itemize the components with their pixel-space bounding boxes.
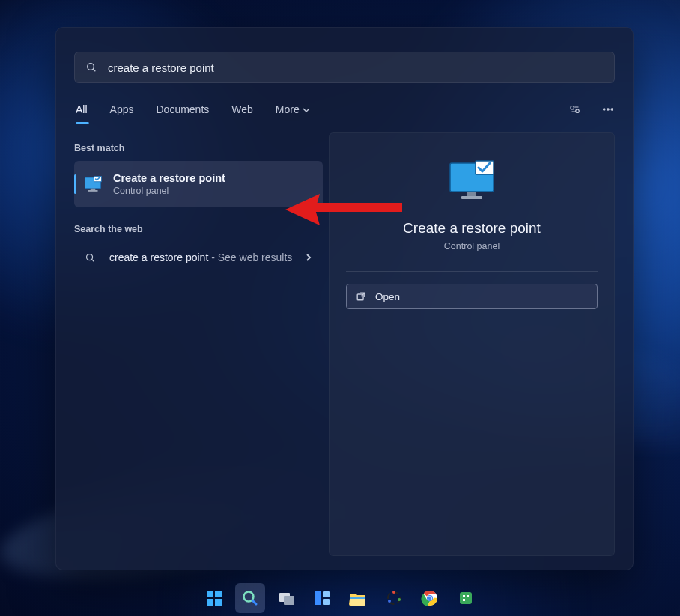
tab-apps[interactable]: Apps xyxy=(109,103,136,126)
svg-rect-8 xyxy=(91,189,96,190)
taskbar-app-1[interactable] xyxy=(379,583,409,613)
detail-subtitle: Control panel xyxy=(444,241,500,251)
svg-rect-14 xyxy=(467,192,476,196)
search-web-label: Search the web xyxy=(74,224,323,234)
web-search-result[interactable]: create a restore point - See web results xyxy=(74,242,323,274)
svg-rect-25 xyxy=(284,596,294,605)
details-pane: Create a restore point Control panel Ope… xyxy=(329,132,615,556)
tab-documents[interactable]: Documents xyxy=(154,103,210,126)
svg-rect-30 xyxy=(350,597,365,599)
taskbar-app-2[interactable] xyxy=(451,583,481,613)
svg-point-6 xyxy=(611,109,613,110)
filter-tabs: All Apps Documents Web More xyxy=(74,98,615,131)
search-icon xyxy=(85,252,96,263)
svg-rect-18 xyxy=(207,591,213,597)
taskbar-search-button[interactable] xyxy=(235,583,265,613)
detail-title: Create a restore point xyxy=(403,220,541,237)
svg-rect-20 xyxy=(207,599,213,606)
best-match-label: Best match xyxy=(74,143,323,153)
svg-point-34 xyxy=(388,600,391,603)
open-external-icon xyxy=(356,291,366,302)
search-icon xyxy=(85,61,97,73)
svg-point-32 xyxy=(392,591,395,594)
svg-point-5 xyxy=(607,109,609,110)
svg-rect-27 xyxy=(323,591,330,597)
svg-rect-9 xyxy=(88,190,98,192)
taskbar-file-explorer[interactable] xyxy=(343,583,373,613)
search-box[interactable] xyxy=(74,52,615,83)
svg-rect-19 xyxy=(215,591,222,597)
divider xyxy=(346,271,598,272)
svg-line-23 xyxy=(252,600,256,604)
taskbar-chrome[interactable] xyxy=(415,583,445,613)
svg-point-4 xyxy=(604,109,605,110)
tab-all[interactable]: All xyxy=(74,103,89,126)
taskbar-task-view[interactable] xyxy=(271,583,301,613)
taskbar xyxy=(0,580,680,616)
open-button-label: Open xyxy=(375,291,400,302)
windows-search-panel: All Apps Documents Web More Best match xyxy=(55,27,634,570)
svg-point-33 xyxy=(398,598,401,601)
open-button[interactable]: Open xyxy=(346,284,598,309)
search-input[interactable] xyxy=(108,61,604,74)
svg-rect-39 xyxy=(460,592,472,604)
search-settings-icon[interactable] xyxy=(568,103,582,126)
best-match-result[interactable]: Create a restore point Control panel xyxy=(74,161,323,207)
start-button[interactable] xyxy=(199,583,229,613)
best-match-subtitle: Control panel xyxy=(113,186,225,196)
svg-line-1 xyxy=(93,69,95,71)
tab-web[interactable]: Web xyxy=(230,103,255,126)
chevron-right-icon xyxy=(305,254,312,261)
control-panel-large-icon xyxy=(448,160,496,202)
svg-rect-15 xyxy=(461,196,482,199)
svg-rect-26 xyxy=(315,591,321,605)
svg-point-0 xyxy=(88,64,94,70)
best-match-title: Create a restore point xyxy=(113,172,225,184)
svg-rect-28 xyxy=(323,599,330,605)
web-result-text: create a restore point - See web results xyxy=(109,251,292,265)
svg-rect-21 xyxy=(215,599,222,606)
taskbar-widgets[interactable] xyxy=(307,583,337,613)
more-options-icon[interactable] xyxy=(601,103,615,126)
svg-line-12 xyxy=(92,259,94,261)
svg-point-38 xyxy=(428,597,432,600)
tab-more[interactable]: More xyxy=(274,103,312,126)
svg-point-3 xyxy=(576,109,580,113)
svg-point-11 xyxy=(87,254,93,260)
control-panel-icon xyxy=(83,174,103,194)
